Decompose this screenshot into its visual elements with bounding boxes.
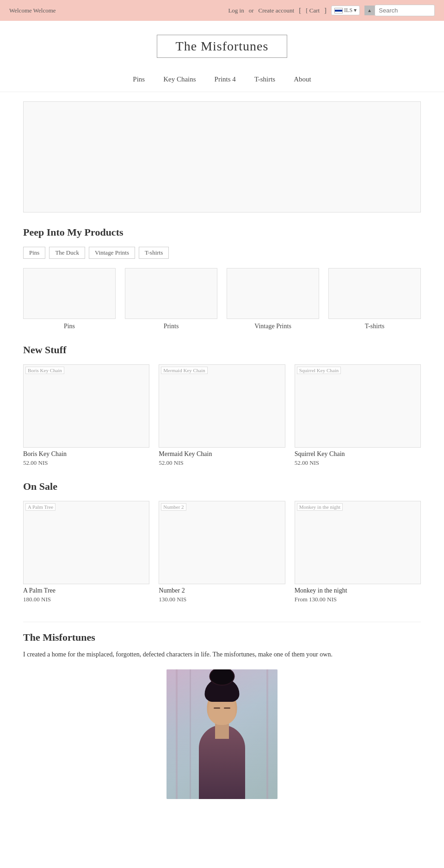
boris-name: Boris Key Chain [23,450,149,458]
divider [23,622,421,622]
monkey-price-prefix: From [295,596,309,603]
palm-tree-name: A Palm Tree [23,587,149,594]
squirrel-image: Squirrel Key Chain [295,364,421,448]
peep-section-title: Peep Into My Products [23,226,421,238]
cat-vintage-label: Vintage Prints [227,323,319,330]
curtain-3 [266,669,268,799]
product-mermaid[interactable]: Mermaid Key Chain Mermaid Key Chain 52.0… [159,364,285,467]
boris-image: Boris Key Chain [23,364,149,448]
cat-prints-image [125,268,217,319]
product-palm-tree[interactable]: A Palm Tree A Palm Tree 180.00 NIS [23,501,149,603]
cat-vintage-image [227,268,319,319]
about-section: The Misfortunes I created a home for the… [14,622,430,801]
nav-about[interactable]: About [294,75,311,83]
cat-pins-image [23,268,116,319]
welcome-text: Welcome Welcome [9,7,56,14]
tab-duck[interactable]: The Duck [49,247,85,259]
cat-pins[interactable]: Pins [23,268,116,330]
peep-section: Peep Into My Products Pins The Duck Vint… [14,226,430,330]
tab-vintage-prints[interactable]: Vintage Prints [89,247,135,259]
nav-tshirts[interactable]: T-shirts [254,75,275,83]
site-title-wrap: The Misfortunes [0,21,444,67]
or-text: or [249,7,254,14]
squirrel-name: Squirrel Key Chain [295,450,421,458]
palm-tree-price: 180.00 NIS [23,596,149,603]
monkey-image: Monkey in the night [295,501,421,584]
cat-prints-label: Prints [125,323,217,330]
palm-tree-image-label: A Palm Tree [25,503,56,511]
currency-label: ILS [344,7,352,14]
flag-icon: ILS ▾ [334,7,357,14]
top-bar-actions: Log in or Create account [ [ Cart ] ILS … [228,5,435,16]
about-text: I created a home for the misplaced, forg… [23,649,421,660]
about-image-wrap [23,669,421,801]
cat-pins-label: Pins [23,323,116,330]
product-monkey[interactable]: Monkey in the night Monkey in the night … [295,501,421,603]
cart-bracket-close: ] [324,6,327,14]
product-boris[interactable]: Boris Key Chain Boris Key Chain 52.00 NI… [23,364,149,467]
cat-prints[interactable]: Prints [125,268,217,330]
nav-pins[interactable]: Pins [133,75,145,83]
mermaid-image: Mermaid Key Chain [159,364,285,448]
new-stuff-grid: Boris Key Chain Boris Key Chain 52.00 NI… [23,364,421,467]
monkey-price-value: 130.00 NIS [309,596,337,603]
cart-label: [ Cart [306,7,320,14]
tab-pins[interactable]: Pins [23,247,45,259]
number2-image-label: Number 2 [161,503,186,511]
category-tabs: Pins The Duck Vintage Prints T-shirts [23,247,421,259]
category-grid: Pins Prints Vintage Prints T-shirts [23,268,421,330]
nav-keychains[interactable]: Key Chains [163,75,196,83]
tab-tshirts[interactable]: T-shirts [139,247,169,259]
search-triangle-icon: ▲ [364,6,375,15]
portrait-eye-left [214,707,220,709]
on-sale-title: On Sale [23,481,421,493]
number2-image: Number 2 [159,501,285,584]
number2-name: Number 2 [159,587,285,594]
currency-selector[interactable]: ILS ▾ [331,6,360,15]
product-squirrel[interactable]: Squirrel Key Chain Squirrel Key Chain 52… [295,364,421,467]
boris-price: 52.00 NIS [23,459,149,467]
search-input[interactable] [375,5,435,16]
cat-tshirts[interactable]: T-shirts [328,268,421,330]
mermaid-price: 52.00 NIS [159,459,285,467]
about-portrait [166,669,278,799]
squirrel-price: 52.00 NIS [295,459,421,467]
palm-tree-image: A Palm Tree [23,501,149,584]
chevron-down-icon: ▾ [354,7,357,14]
cat-tshirts-image [328,268,421,319]
mermaid-name: Mermaid Key Chain [159,450,285,458]
number2-price: 130.00 NIS [159,596,285,603]
cat-vintage-prints[interactable]: Vintage Prints [227,268,319,330]
monkey-name: Monkey in the night [295,587,421,594]
squirrel-image-label: Squirrel Key Chain [297,367,341,374]
cart-link[interactable]: [ Cart [306,7,320,14]
login-link[interactable]: Log in [228,7,244,14]
on-sale-grid: A Palm Tree A Palm Tree 180.00 NIS Numbe… [23,501,421,603]
curtain-2 [190,669,191,799]
hero-banner [23,101,421,212]
new-stuff-section: New Stuff Boris Key Chain Boris Key Chai… [14,344,430,467]
about-title: The Misfortunes [23,631,421,643]
cat-tshirts-label: T-shirts [328,323,421,330]
main-nav: Pins Key Chains Prints 4 T-shirts About [0,67,444,92]
nav-prints[interactable]: Prints 4 [215,75,236,83]
monkey-price: From 130.00 NIS [295,596,421,603]
new-stuff-title: New Stuff [23,344,421,356]
cart-bracket-open: [ [299,6,301,14]
mermaid-image-label: Mermaid Key Chain [161,367,207,374]
top-bar: Welcome Welcome Log in or Create account… [0,0,444,21]
boris-image-label: Boris Key Chain [25,367,64,374]
search-bar: ▲ [364,5,435,16]
curtain-1 [176,669,178,799]
create-account-link[interactable]: Create account [259,7,295,14]
portrait-eye-right [224,707,230,709]
monkey-image-label: Monkey in the night [297,503,343,511]
on-sale-section: On Sale A Palm Tree A Palm Tree 180.00 N… [14,481,430,603]
product-number2[interactable]: Number 2 Number 2 130.00 NIS [159,501,285,603]
site-title: The Misfortunes [157,35,288,58]
